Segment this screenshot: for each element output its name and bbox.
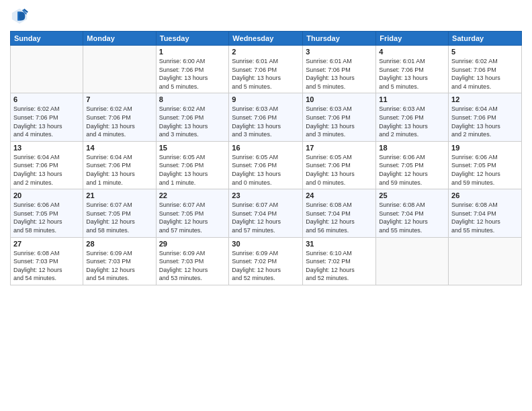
day-number: 29 xyxy=(159,240,226,248)
calendar-cell: 3Sunrise: 6:01 AM Sunset: 7:06 PM Daylig… xyxy=(303,46,376,93)
calendar-cell: 26Sunrise: 6:08 AM Sunset: 7:04 PM Dayli… xyxy=(449,189,522,237)
day-info: Sunrise: 6:09 AM Sunset: 7:03 PM Dayligh… xyxy=(159,249,226,283)
day-number: 5 xyxy=(451,48,519,56)
day-info: Sunrise: 6:04 AM Sunset: 7:06 PM Dayligh… xyxy=(86,153,152,187)
day-info: Sunrise: 6:01 AM Sunset: 7:06 PM Dayligh… xyxy=(232,57,300,91)
day-number: 23 xyxy=(232,191,300,199)
day-number: 28 xyxy=(86,240,152,248)
day-number: 16 xyxy=(232,144,300,152)
day-number: 4 xyxy=(379,48,445,56)
calendar-cell xyxy=(11,46,83,93)
day-info: Sunrise: 6:02 AM Sunset: 7:06 PM Dayligh… xyxy=(159,105,226,138)
day-info: Sunrise: 6:07 AM Sunset: 7:05 PM Dayligh… xyxy=(86,201,152,234)
day-number: 22 xyxy=(159,191,226,199)
header xyxy=(10,7,522,26)
day-number: 7 xyxy=(86,95,152,103)
calendar-cell: 24Sunrise: 6:08 AM Sunset: 7:04 PM Dayli… xyxy=(303,189,376,237)
day-info: Sunrise: 6:06 AM Sunset: 7:05 PM Dayligh… xyxy=(379,153,445,187)
calendar-day-header: Saturday xyxy=(449,32,522,46)
calendar-cell: 10Sunrise: 6:03 AM Sunset: 7:06 PM Dayli… xyxy=(303,93,376,141)
day-info: Sunrise: 6:02 AM Sunset: 7:06 PM Dayligh… xyxy=(86,105,152,138)
day-info: Sunrise: 6:06 AM Sunset: 7:05 PM Dayligh… xyxy=(451,153,519,187)
calendar-day-header: Thursday xyxy=(303,32,376,46)
calendar-week-row: 6Sunrise: 6:02 AM Sunset: 7:06 PM Daylig… xyxy=(11,93,522,141)
calendar-cell xyxy=(376,237,449,285)
calendar-cell: 19Sunrise: 6:06 AM Sunset: 7:05 PM Dayli… xyxy=(449,141,522,189)
day-info: Sunrise: 6:10 AM Sunset: 7:02 PM Dayligh… xyxy=(306,249,373,283)
day-info: Sunrise: 6:03 AM Sunset: 7:06 PM Dayligh… xyxy=(306,105,373,138)
calendar-day-header: Friday xyxy=(376,32,449,46)
calendar-day-header: Wednesday xyxy=(229,32,303,46)
calendar-cell: 2Sunrise: 6:01 AM Sunset: 7:06 PM Daylig… xyxy=(229,46,303,93)
calendar-day-header: Tuesday xyxy=(156,32,229,46)
calendar-cell xyxy=(83,46,156,93)
calendar-cell: 14Sunrise: 6:04 AM Sunset: 7:06 PM Dayli… xyxy=(83,141,156,189)
calendar-cell: 11Sunrise: 6:03 AM Sunset: 7:06 PM Dayli… xyxy=(376,93,449,141)
day-number: 9 xyxy=(232,95,300,103)
calendar-cell: 29Sunrise: 6:09 AM Sunset: 7:03 PM Dayli… xyxy=(156,237,229,285)
day-number: 24 xyxy=(306,191,373,199)
day-info: Sunrise: 6:03 AM Sunset: 7:06 PM Dayligh… xyxy=(379,105,445,138)
day-info: Sunrise: 6:02 AM Sunset: 7:06 PM Dayligh… xyxy=(13,105,80,138)
calendar-day-header: Sunday xyxy=(11,32,83,46)
logo-icon xyxy=(10,7,29,26)
calendar-cell: 1Sunrise: 6:00 AM Sunset: 7:06 PM Daylig… xyxy=(156,46,229,93)
calendar-cell: 20Sunrise: 6:06 AM Sunset: 7:05 PM Dayli… xyxy=(11,189,83,237)
day-number: 11 xyxy=(379,95,445,103)
day-info: Sunrise: 6:07 AM Sunset: 7:05 PM Dayligh… xyxy=(159,201,226,234)
day-info: Sunrise: 6:00 AM Sunset: 7:06 PM Dayligh… xyxy=(159,57,226,91)
calendar-cell: 12Sunrise: 6:04 AM Sunset: 7:06 PM Dayli… xyxy=(449,93,522,141)
day-number: 21 xyxy=(86,191,152,199)
calendar-cell: 15Sunrise: 6:05 AM Sunset: 7:06 PM Dayli… xyxy=(156,141,229,189)
day-info: Sunrise: 6:08 AM Sunset: 7:03 PM Dayligh… xyxy=(13,249,80,283)
day-info: Sunrise: 6:02 AM Sunset: 7:06 PM Dayligh… xyxy=(451,57,519,91)
calendar-week-row: 20Sunrise: 6:06 AM Sunset: 7:05 PM Dayli… xyxy=(11,189,522,237)
calendar-cell: 25Sunrise: 6:08 AM Sunset: 7:04 PM Dayli… xyxy=(376,189,449,237)
day-number: 20 xyxy=(13,191,80,199)
calendar-cell: 5Sunrise: 6:02 AM Sunset: 7:06 PM Daylig… xyxy=(449,46,522,93)
day-info: Sunrise: 6:04 AM Sunset: 7:06 PM Dayligh… xyxy=(451,105,519,138)
day-number: 15 xyxy=(159,144,226,152)
calendar-cell xyxy=(449,237,522,285)
calendar-cell: 13Sunrise: 6:04 AM Sunset: 7:06 PM Dayli… xyxy=(11,141,83,189)
calendar-table: SundayMondayTuesdayWednesdayThursdayFrid… xyxy=(10,31,522,285)
calendar-cell: 18Sunrise: 6:06 AM Sunset: 7:05 PM Dayli… xyxy=(376,141,449,189)
calendar-cell: 17Sunrise: 6:05 AM Sunset: 7:06 PM Dayli… xyxy=(303,141,376,189)
day-number: 18 xyxy=(379,144,445,152)
day-info: Sunrise: 6:03 AM Sunset: 7:06 PM Dayligh… xyxy=(232,105,300,138)
day-info: Sunrise: 6:05 AM Sunset: 7:06 PM Dayligh… xyxy=(232,153,300,187)
calendar-cell: 8Sunrise: 6:02 AM Sunset: 7:06 PM Daylig… xyxy=(156,93,229,141)
calendar-cell: 21Sunrise: 6:07 AM Sunset: 7:05 PM Dayli… xyxy=(83,189,156,237)
page: SundayMondayTuesdayWednesdayThursdayFrid… xyxy=(0,0,532,411)
day-info: Sunrise: 6:04 AM Sunset: 7:06 PM Dayligh… xyxy=(13,153,80,187)
calendar-cell: 23Sunrise: 6:07 AM Sunset: 7:04 PM Dayli… xyxy=(229,189,303,237)
day-number: 8 xyxy=(159,95,226,103)
day-number: 17 xyxy=(306,144,373,152)
day-info: Sunrise: 6:05 AM Sunset: 7:06 PM Dayligh… xyxy=(306,153,373,187)
calendar-cell: 27Sunrise: 6:08 AM Sunset: 7:03 PM Dayli… xyxy=(11,237,83,285)
day-info: Sunrise: 6:06 AM Sunset: 7:05 PM Dayligh… xyxy=(13,201,80,234)
calendar-cell: 30Sunrise: 6:09 AM Sunset: 7:02 PM Dayli… xyxy=(229,237,303,285)
logo xyxy=(10,7,32,26)
day-info: Sunrise: 6:08 AM Sunset: 7:04 PM Dayligh… xyxy=(306,201,373,234)
day-number: 25 xyxy=(379,191,445,199)
day-info: Sunrise: 6:09 AM Sunset: 7:02 PM Dayligh… xyxy=(232,249,300,283)
day-number: 10 xyxy=(306,95,373,103)
calendar-cell: 7Sunrise: 6:02 AM Sunset: 7:06 PM Daylig… xyxy=(83,93,156,141)
day-info: Sunrise: 6:05 AM Sunset: 7:06 PM Dayligh… xyxy=(159,153,226,187)
day-info: Sunrise: 6:08 AM Sunset: 7:04 PM Dayligh… xyxy=(379,201,445,234)
calendar-cell: 9Sunrise: 6:03 AM Sunset: 7:06 PM Daylig… xyxy=(229,93,303,141)
calendar-cell: 28Sunrise: 6:09 AM Sunset: 7:03 PM Dayli… xyxy=(83,237,156,285)
calendar-cell: 6Sunrise: 6:02 AM Sunset: 7:06 PM Daylig… xyxy=(11,93,83,141)
day-number: 31 xyxy=(306,240,373,248)
day-number: 27 xyxy=(13,240,80,248)
day-number: 30 xyxy=(232,240,300,248)
calendar-cell: 16Sunrise: 6:05 AM Sunset: 7:06 PM Dayli… xyxy=(229,141,303,189)
day-info: Sunrise: 6:01 AM Sunset: 7:06 PM Dayligh… xyxy=(379,57,445,91)
day-number: 13 xyxy=(13,144,80,152)
day-number: 12 xyxy=(451,95,519,103)
day-info: Sunrise: 6:08 AM Sunset: 7:04 PM Dayligh… xyxy=(451,201,519,234)
calendar-header-row: SundayMondayTuesdayWednesdayThursdayFrid… xyxy=(11,32,522,46)
day-number: 14 xyxy=(86,144,152,152)
calendar-week-row: 13Sunrise: 6:04 AM Sunset: 7:06 PM Dayli… xyxy=(11,141,522,189)
